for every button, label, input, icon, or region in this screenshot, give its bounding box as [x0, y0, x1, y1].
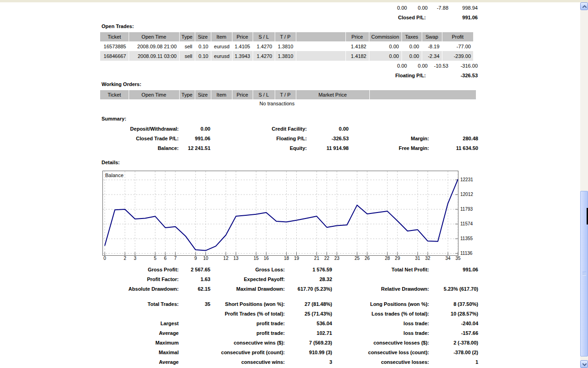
column-header: Ticket — [100, 32, 129, 41]
table-row: 168466672008.09.11 03:00sell0.10eurusd1.… — [100, 51, 473, 61]
table-cell: 1.4270 — [253, 51, 275, 61]
open-trades-header-row: TicketOpen TimeTypeSizeItemPriceS / LT /… — [100, 32, 473, 41]
table-cell: 1.4105 — [232, 41, 253, 51]
stat-label: Gross Profit: — [148, 267, 179, 272]
x-axis-label: 13 — [230, 256, 243, 261]
x-axis-label: 10 — [199, 256, 212, 261]
stat-row: Absolute Drawdown:62.15Maximal Drawdown:… — [0, 285, 588, 294]
y-axis-label: 11574 — [460, 221, 473, 226]
stat-value: 28.32 — [319, 276, 332, 282]
table-cell: 1.4182 — [345, 41, 369, 51]
stat-row: Total Trades:35Short Positions (won %):2… — [0, 300, 588, 310]
column-header: Taxes — [401, 32, 422, 41]
table-cell: -77.00 — [442, 41, 473, 51]
table-cell: eurusd — [211, 41, 232, 51]
column-header: Profit — [442, 32, 473, 41]
closed-total-taxes: 0.00 — [418, 4, 428, 12]
stat-row: Largestprofit trade:536.04loss trade:-24… — [0, 319, 588, 329]
table-cell: 1.3810 — [275, 51, 296, 61]
stat-row: Closed Trade P/L:991.06Floating P/L:-326… — [0, 134, 588, 144]
column-header: S / L — [253, 32, 275, 41]
table-cell: 0.00 — [401, 51, 422, 61]
stat-label: Credit Facility: — [272, 126, 307, 132]
stat-label: Equity: — [290, 145, 307, 151]
column-header: Swap — [422, 32, 442, 41]
stat-value: 102.71 — [317, 330, 332, 336]
stat-row: Averageprofit trade:102.71loss trade:-15… — [0, 329, 588, 339]
stat-value: -240.04 — [461, 321, 478, 326]
stat-label: Margin: — [411, 136, 429, 141]
table-cell: 16573885 — [100, 41, 129, 51]
x-axis-label: 7 — [169, 256, 182, 261]
stat-value: 3 — [329, 359, 332, 365]
y-axis-label: 11355 — [460, 236, 473, 241]
stat-label: Long Positions (won %): — [370, 301, 429, 307]
stat-label: Closed Trade P/L: — [136, 136, 179, 141]
stat-value: 1.63 — [201, 276, 210, 282]
table-cell — [296, 41, 345, 51]
column-header — [369, 90, 476, 99]
stat-value: 2 567.65 — [191, 267, 210, 272]
stat-value: 8 (37.50%) — [453, 301, 478, 307]
table-cell — [296, 51, 345, 61]
y-axis-label: 12231 — [460, 177, 473, 182]
summary-stats: Deposit/Withdrawal:0.00Credit Facility:0… — [0, 125, 588, 154]
floating-pl-label: Floating P/L: — [395, 72, 426, 79]
x-axis-label: 16 — [260, 256, 273, 261]
stat-label: consecutive wins ($): — [234, 340, 285, 345]
column-header: Size — [195, 32, 211, 41]
scroll-up-button[interactable] — [580, 2, 588, 10]
vertical-scrollbar[interactable] — [580, 2, 588, 368]
stat-label: loss trade: — [403, 330, 429, 336]
balance-chart: Balance — [102, 171, 458, 256]
stat-value: 991.06 — [463, 267, 478, 272]
y-axis-label: 11793 — [460, 207, 473, 212]
column-header: Open Time — [129, 90, 179, 99]
scroll-down-button[interactable] — [580, 360, 588, 368]
x-axis-label: 26 — [361, 256, 373, 261]
table-cell: 1.3943 — [232, 51, 253, 61]
stat-value: 536.04 — [317, 321, 332, 326]
x-axis-label: 32 — [421, 256, 434, 261]
table-cell: -2.34 — [422, 51, 442, 61]
column-header: Ticket — [100, 90, 129, 99]
stat-value: 5.23% (617.70) — [444, 286, 478, 292]
stat-label: Absolute Drawdown: — [129, 286, 179, 292]
window-top-edge — [0, 0, 588, 3]
closed-total-swap: -7.88 — [437, 4, 448, 12]
y-axis-label: 11136 — [460, 251, 472, 256]
working-orders-section-label: Working Orders: — [102, 81, 141, 87]
table-cell: 1.4182 — [345, 51, 369, 61]
balance-chart-plot — [103, 171, 458, 255]
column-header — [296, 32, 345, 41]
results-stats: Gross Profit:2 567.65Gross Loss:1 576.59… — [0, 265, 588, 294]
column-header: T / P — [275, 90, 296, 99]
stat-value: 991.06 — [195, 136, 210, 141]
column-header: Price — [232, 90, 253, 99]
stat-label: consecutive loss (count): — [368, 350, 429, 355]
column-header: Type — [179, 32, 195, 41]
stat-label: Free Margin: — [399, 145, 429, 151]
stat-value: 617.70 (5.23%) — [298, 286, 332, 292]
stat-value: 1 576.59 — [312, 267, 332, 272]
stat-label: Largest — [160, 321, 179, 326]
closed-pl-row: Closed P/L: 991.06 — [0, 14, 588, 21]
floating-pl-row: Floating P/L: -326.53 — [0, 72, 588, 79]
column-header: Item — [211, 90, 232, 99]
stat-value: 10 (28.57%) — [451, 311, 478, 316]
open-total-taxes: 0.00 — [418, 62, 428, 69]
table-cell: eurusd — [211, 51, 232, 61]
scrollbar-grip — [582, 272, 586, 276]
stat-label: Average — [159, 359, 179, 365]
stat-row: Gross Profit:2 567.65Gross Loss:1 576.59… — [0, 265, 588, 275]
stat-label: Total Net Profit: — [391, 267, 429, 272]
table-cell: sell — [179, 51, 195, 61]
x-axis-label: 29 — [391, 256, 404, 261]
table-cell: -239.00 — [442, 51, 473, 61]
stat-value: -378.00 (2) — [453, 350, 478, 355]
stat-row: Balance:12 241.51Equity:11 914.98Free Ma… — [0, 144, 588, 154]
column-header: Type — [179, 90, 195, 99]
stat-label: Relative Drawdown: — [381, 286, 429, 292]
column-header: T / P — [275, 32, 296, 41]
stat-label: Profit Trades (% of total): — [225, 311, 285, 316]
